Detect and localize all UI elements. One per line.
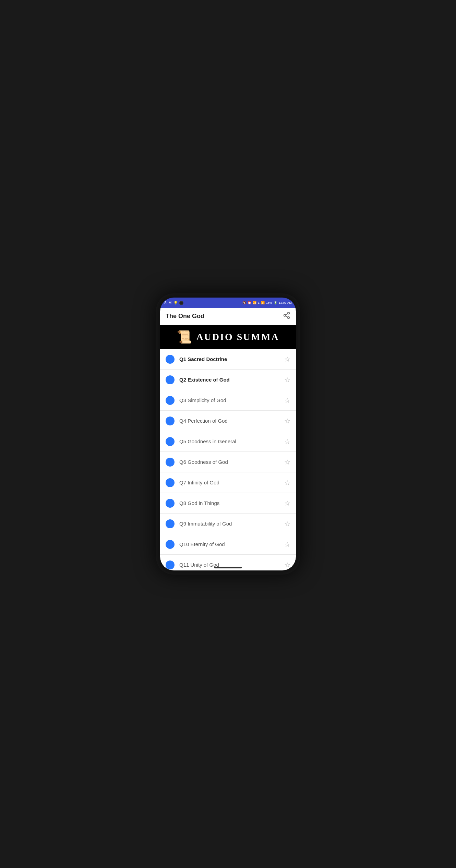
list-item[interactable]: Q1 Sacred Doctrine ☆: [160, 349, 296, 370]
star-icon[interactable]: ☆: [284, 561, 290, 569]
skype-icon: S: [164, 301, 167, 305]
sim-icon: 1: [258, 301, 260, 304]
play-dot-icon: [166, 540, 175, 549]
banner-title: AUDIO SUMMA: [196, 331, 279, 342]
list-item[interactable]: Q9 Immutability of God ☆: [160, 514, 296, 534]
list-item[interactable]: Q5 Goodness in General ☆: [160, 431, 296, 452]
item-label: Q10 Eternity of God: [179, 541, 279, 547]
star-icon[interactable]: ☆: [284, 376, 290, 384]
item-label: Q3 Simplicity of God: [179, 397, 279, 403]
item-label: Q7 Infinity of God: [179, 480, 279, 485]
list-item[interactable]: Q3 Simplicity of God ☆: [160, 390, 296, 411]
bulb-icon: 💡: [173, 301, 178, 305]
list-item[interactable]: Q10 Eternity of God ☆: [160, 534, 296, 555]
star-icon[interactable]: ☆: [284, 540, 290, 548]
play-dot-icon: [166, 375, 175, 384]
play-dot-icon: [166, 560, 175, 569]
camera: [179, 301, 183, 305]
star-icon[interactable]: ☆: [284, 479, 290, 487]
star-icon[interactable]: ☆: [284, 458, 290, 466]
play-dot-icon: [166, 499, 175, 508]
list-item[interactable]: Q6 Goodness of God ☆: [160, 452, 296, 472]
star-icon[interactable]: ☆: [284, 355, 290, 363]
item-label: Q8 God in Things: [179, 500, 279, 506]
time: 12:07 AM: [279, 301, 292, 304]
signal-icon: 📶: [261, 301, 265, 304]
list-item[interactable]: Q4 Perfection of God ☆: [160, 411, 296, 431]
item-label: Q4 Perfection of God: [179, 418, 279, 424]
mute-icon: 🔇: [242, 301, 246, 304]
phone-screen: S M 💡 ••• 🔇 ⏰ 📶 1 📶 18% 🔋 12:07 AM The O…: [160, 298, 296, 570]
star-icon[interactable]: ☆: [284, 499, 290, 507]
gmail-icon: M: [169, 301, 171, 305]
play-dot-icon: [166, 437, 175, 446]
item-label: Q2 Existence of God: [179, 377, 279, 383]
battery-icon: 🔋: [274, 301, 277, 304]
play-dot-icon: [166, 417, 175, 425]
book-icon: 📜: [177, 330, 192, 344]
play-dot-icon: [166, 355, 175, 364]
status-right: 🔇 ⏰ 📶 1 📶 18% 🔋 12:07 AM: [242, 301, 292, 304]
star-icon[interactable]: ☆: [284, 520, 290, 528]
item-label: Q5 Goodness in General: [179, 438, 279, 444]
play-dot-icon: [166, 458, 175, 467]
question-list: Q1 Sacred Doctrine ☆ Q2 Existence of God…: [160, 349, 296, 570]
svg-line-4: [286, 314, 288, 315]
home-indicator: [214, 567, 242, 568]
play-dot-icon: [166, 519, 175, 528]
item-label: Q9 Immutability of God: [179, 521, 279, 527]
alarm-icon: ⏰: [248, 301, 251, 304]
app-banner: 📜 AUDIO SUMMA: [160, 325, 296, 349]
app-header: The One God: [160, 308, 296, 325]
svg-line-3: [286, 316, 288, 317]
list-item[interactable]: Q7 Infinity of God ☆: [160, 472, 296, 493]
star-icon[interactable]: ☆: [284, 417, 290, 425]
item-label: Q1 Sacred Doctrine: [179, 356, 279, 362]
star-icon[interactable]: ☆: [284, 396, 290, 405]
phone-frame: S M 💡 ••• 🔇 ⏰ 📶 1 📶 18% 🔋 12:07 AM The O…: [156, 293, 300, 575]
list-item[interactable]: Q8 God in Things ☆: [160, 493, 296, 514]
star-icon[interactable]: ☆: [284, 437, 290, 446]
item-label: Q6 Goodness of God: [179, 459, 279, 465]
page-title: The One God: [166, 313, 204, 320]
wifi-icon: 📶: [253, 301, 256, 304]
battery-percent: 18%: [266, 301, 272, 304]
play-dot-icon: [166, 396, 175, 405]
list-item[interactable]: Q2 Existence of God ☆: [160, 370, 296, 390]
share-icon[interactable]: [283, 312, 290, 321]
play-dot-icon: [166, 478, 175, 487]
